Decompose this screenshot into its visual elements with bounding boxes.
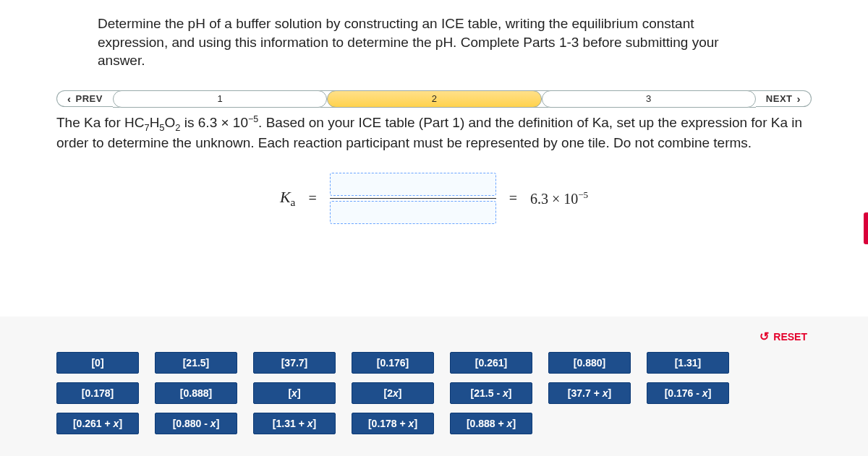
equation-row: Ka = = 6.3 × 10−5 [0,173,868,224]
answer-tile[interactable]: [0.888 + x] [450,413,532,434]
answer-tile[interactable]: [0.261] [450,352,532,374]
answer-tile[interactable]: [1.31] [647,352,729,374]
answer-tile[interactable]: [21.5 - x] [450,382,532,404]
answer-tile[interactable]: [0.176 - x] [647,382,729,404]
next-button[interactable]: NEXT › [756,90,812,107]
reset-button[interactable]: ↺ RESET [755,328,812,345]
step-3[interactable]: 3 [542,90,756,108]
step-1[interactable]: 1 [113,90,327,108]
reset-label: RESET [773,331,807,343]
answer-tile[interactable]: [37.7] [253,352,336,374]
answer-tile[interactable]: [21.5] [155,352,237,374]
equals-sign: = [308,190,316,207]
part-instruction: The Ka for HC7H5O2 is 6.3 × 10−5. Based … [56,113,812,152]
fraction [330,173,496,224]
answer-tile[interactable]: [0.178] [56,382,139,404]
answer-tile[interactable]: [1.31 + x] [253,413,336,434]
page: Determine the pH of a buffer solution by… [0,0,868,456]
prev-label: PREV [76,93,103,104]
answer-tile[interactable]: [0.178 + x] [352,413,434,434]
tiles-container: [0][21.5][37.7][0.176][0.261][0.880][1.3… [56,352,812,434]
answer-tile[interactable]: [0.888] [155,382,237,404]
next-label: NEXT [766,93,793,104]
answer-tile[interactable]: [0.880 - x] [155,413,237,434]
question-prompt: Determine the pH of a buffer solution by… [0,0,749,77]
numerator-slot[interactable] [330,173,496,196]
step-navigator: ‹ PREV 1 2 3 NEXT › [56,90,812,108]
answer-tile[interactable]: [37.7 + x] [548,382,631,404]
answer-tile[interactable]: [x] [253,382,336,404]
step-track: 1 2 3 [113,90,756,108]
side-indicator-icon [864,212,868,244]
prev-button[interactable]: ‹ PREV [56,90,113,107]
equals-sign-2: = [509,190,517,207]
answer-tile[interactable]: [0.880] [548,352,631,374]
reset-icon: ↺ [760,330,769,343]
answer-tile[interactable]: [2x] [352,382,434,404]
answer-tile[interactable]: [0.261 + x] [56,413,139,434]
ka-symbol: Ka [280,188,296,209]
ka-value: 6.3 × 10−5 [530,189,588,207]
answer-tile[interactable]: [0.176] [352,352,434,374]
fraction-bar [330,198,496,199]
chevron-left-icon: ‹ [67,93,72,104]
chevron-right-icon: › [797,93,801,104]
tiles-area: ↺ RESET [0][21.5][37.7][0.176][0.261][0.… [0,317,868,456]
step-2[interactable]: 2 [327,90,541,108]
answer-tile[interactable]: [0] [56,352,139,374]
denominator-slot[interactable] [330,201,496,224]
